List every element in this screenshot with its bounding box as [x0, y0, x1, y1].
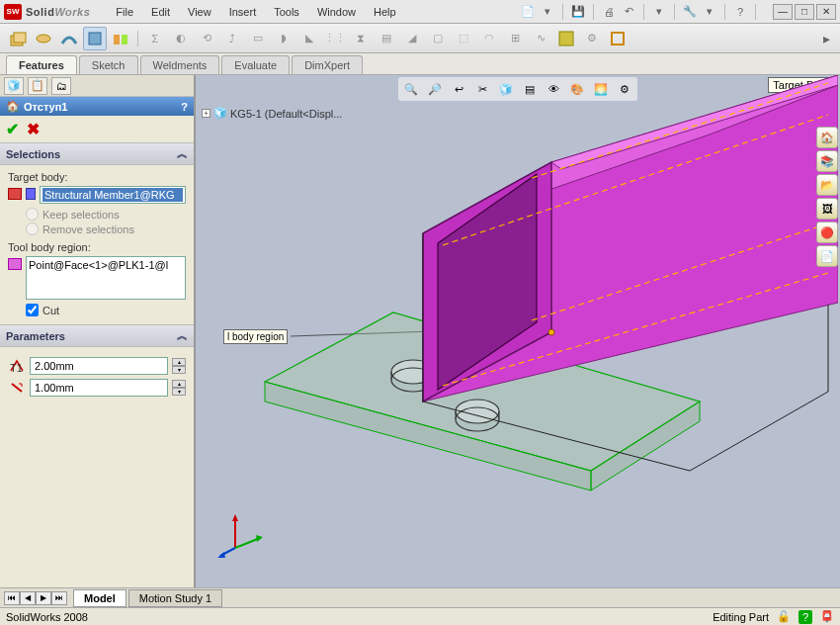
svg-marker-41 — [217, 552, 225, 558]
dome-icon[interactable]: ◠ — [477, 27, 501, 50]
tool-body-value: Point@Face<1>@PLK1-1@l — [29, 259, 168, 271]
param2-icon — [8, 380, 26, 396]
select-icon[interactable]: ▾ — [651, 4, 667, 20]
selections-label: Selections — [6, 148, 60, 160]
rib-icon[interactable]: ▤ — [375, 27, 398, 50]
options-icon[interactable]: ▾ — [702, 4, 717, 20]
title-bar: SW SolidWorks File Edit View Insert Tool… — [0, 0, 840, 24]
tab-last-icon[interactable]: ⏭ — [51, 591, 67, 605]
target-body-value: Structural Member1@RKG — [42, 188, 183, 202]
reference-icon[interactable]: ⊞ — [503, 27, 527, 50]
tab-next-icon[interactable]: ▶ — [36, 591, 51, 605]
cut-checkbox-row[interactable]: Cut — [26, 304, 186, 316]
task-pane: 🏠 📚 📂 🖼 🔴 📄 — [816, 127, 838, 267]
tab-dimxpert[interactable]: DimXpert — [292, 55, 363, 74]
ok-button[interactable]: ✔ — [6, 120, 19, 138]
instant3d-icon[interactable] — [554, 27, 578, 50]
close-button[interactable]: ✕ — [816, 4, 836, 20]
boundary-boss-icon[interactable] — [109, 27, 132, 50]
parameters-group-body: T1 2.00mm ▴▾ 1.00mm ▴▾ — [0, 347, 194, 406]
svg-point-2 — [37, 35, 50, 43]
graphics-viewport[interactable]: 🔍 🔎 ↩ ✂ 🧊 ▤ 👁 🎨 🌅 ⚙ + 🧊 KG5-1 (Default<D… — [196, 75, 840, 587]
bottom-tab-model[interactable]: Model — [73, 589, 126, 607]
revolved-boss-icon[interactable] — [32, 27, 55, 50]
sw-resources-icon[interactable]: 🏠 — [816, 127, 838, 148]
maximize-button[interactable]: □ — [795, 4, 814, 20]
status-flag-icon[interactable]: 📮 — [820, 610, 834, 624]
swept-cut-icon[interactable]: ⤴ — [220, 27, 244, 50]
menu-insert[interactable]: Insert — [221, 4, 265, 20]
print-icon[interactable]: 🖨 — [601, 4, 617, 20]
swept-boss-icon[interactable] — [57, 27, 81, 50]
fillet-icon[interactable]: ◗ — [272, 27, 295, 50]
menu-edit[interactable]: Edit — [143, 4, 178, 20]
hole-wizard-icon[interactable]: ◐ — [169, 27, 193, 50]
draft-icon[interactable]: ◢ — [400, 27, 424, 50]
minimize-button[interactable]: — — [773, 4, 793, 20]
toolbox-icon[interactable]: ⚙ — [580, 27, 604, 50]
tool-body-field[interactable]: Point@Face<1>@PLK1-1@l — [26, 256, 186, 300]
status-unit-icon[interactable]: 🔓 — [777, 610, 791, 624]
bottom-tab-motion-study[interactable]: Motion Study 1 — [128, 589, 222, 607]
svg-rect-3 — [89, 33, 101, 45]
linear-pattern-icon[interactable]: ⋮⋮ — [323, 27, 347, 50]
tab-prev-icon[interactable]: ◀ — [20, 591, 36, 605]
help-icon[interactable]: ? — [732, 4, 748, 20]
cancel-button[interactable]: ✖ — [27, 120, 40, 138]
lofted-boss-icon[interactable] — [83, 27, 107, 50]
cut-checkbox[interactable] — [26, 304, 39, 316]
tab-sketch[interactable]: Sketch — [79, 55, 138, 74]
design-library-icon[interactable]: 📚 — [816, 150, 838, 172]
window-controls: — □ ✕ — [773, 4, 836, 20]
extruded-cut-icon[interactable]: Σ — [143, 27, 167, 50]
param1-input[interactable]: 2.00mm — [30, 357, 168, 375]
file-explorer-icon[interactable]: 📂 — [816, 174, 838, 196]
shell-icon[interactable]: ▢ — [426, 27, 450, 50]
status-help-icon[interactable]: ? — [798, 610, 812, 624]
custom-props-icon[interactable]: 📄 — [816, 245, 838, 267]
menu-view[interactable]: View — [180, 4, 219, 20]
param1-icon: T1 — [8, 358, 26, 374]
tab-features[interactable]: Features — [6, 55, 77, 74]
tab-first-icon[interactable]: ⏮ — [4, 591, 20, 605]
tab-weldments[interactable]: Weldments — [140, 55, 220, 74]
lofted-cut-icon[interactable]: ▭ — [246, 27, 270, 50]
svg-text:T1: T1 — [10, 362, 23, 373]
ok-cancel-bar: ✔ ✖ — [0, 116, 194, 142]
mirror-icon[interactable]: ⧗ — [349, 27, 373, 50]
rebuild-icon[interactable]: 🔧 — [682, 4, 698, 20]
feature-help-button[interactable]: ? — [181, 101, 188, 113]
param2-input[interactable]: 1.00mm — [30, 379, 168, 397]
new-doc-icon[interactable]: 📄 — [520, 4, 536, 20]
selections-group-header[interactable]: Selections ︽ — [0, 142, 194, 165]
target-body-label: Target body: — [8, 171, 186, 183]
view-palette-icon[interactable]: 🖼 — [816, 198, 838, 220]
orientation-triad-icon — [215, 508, 265, 558]
wrap-icon[interactable]: ⬚ — [452, 27, 475, 50]
property-tab-icon[interactable]: 📋 — [28, 77, 47, 95]
curves-icon[interactable]: ∿ — [529, 27, 552, 50]
feature-tree-tab-icon[interactable]: 🧊 — [4, 77, 24, 95]
menu-window[interactable]: Window — [309, 4, 364, 20]
separator — [137, 31, 138, 46]
revolved-cut-icon[interactable]: ⟲ — [195, 27, 218, 50]
separator — [674, 4, 675, 20]
save-icon[interactable]: 💾 — [570, 4, 586, 20]
menu-help[interactable]: Help — [366, 4, 404, 20]
menu-file[interactable]: File — [108, 4, 141, 20]
extruded-boss-icon[interactable] — [6, 27, 30, 50]
weldments-icon[interactable] — [606, 27, 630, 50]
config-tab-icon[interactable]: 🗂 — [51, 77, 71, 95]
parameters-group-header[interactable]: Parameters ︽ — [0, 324, 194, 347]
open-doc-icon[interactable]: ▾ — [540, 4, 555, 20]
tab-evaluate[interactable]: Evaluate — [221, 55, 290, 74]
toolbar-overflow-icon[interactable]: ▸ — [819, 31, 834, 46]
undo-icon[interactable]: ↶ — [621, 4, 636, 20]
tab-nav-buttons: ⏮ ◀ ▶ ⏭ — [4, 591, 67, 605]
chamfer-icon[interactable]: ◣ — [297, 27, 321, 50]
target-body-field[interactable]: Structural Member1@RKG — [40, 186, 186, 204]
param2-spinner[interactable]: ▴▾ — [172, 380, 186, 396]
menu-tools[interactable]: Tools — [266, 4, 307, 20]
param1-spinner[interactable]: ▴▾ — [172, 358, 186, 374]
appearances-icon[interactable]: 🔴 — [816, 222, 838, 243]
